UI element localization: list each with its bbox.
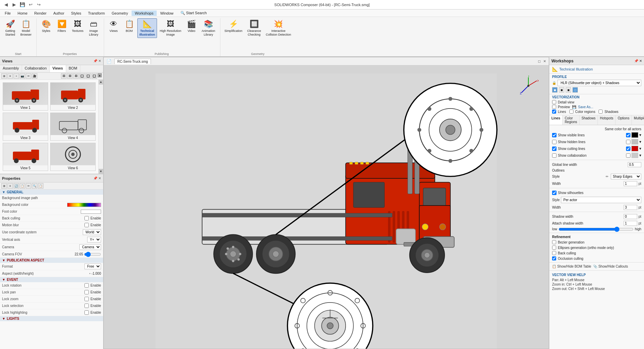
show-hide-bom-table-btn[interactable]: 📋 Show/Hide BOM Table [552,265,591,268]
title-icons[interactable]: ◀ ▶ 💾 ↩ ↪ [3,1,42,8]
tab-assembly[interactable]: Assembly [0,65,22,72]
visible-lines-color-btn[interactable] [631,132,638,138]
views-icon-7[interactable]: 🖼 [61,73,66,79]
back-icon[interactable]: ◀ [3,1,9,8]
views-button[interactable]: 👁 Views [106,18,121,34]
props-icon-2[interactable]: ≡ [7,183,13,189]
menu-window[interactable]: Window [157,11,177,16]
simplification-button[interactable]: ⚡ Simplification [222,18,245,34]
views-icon-4[interactable]: 📷 [20,73,25,79]
cutting-lines-color-btn[interactable] [631,146,638,151]
hidden-lines-right-checkbox[interactable] [626,140,630,144]
properties-panel-controls[interactable]: 📌 ✕ [93,176,101,180]
views-icon-2[interactable]: ≡ [7,73,13,79]
scroll-up-arrow[interactable]: ▲ [99,80,103,84]
clearance-checking-button[interactable]: 🔲 ClearanceChecking [245,18,263,38]
occlusion-culling-checkbox[interactable] [552,256,556,260]
view-5-thumb[interactable]: View 5 [3,143,48,171]
views-panel-controls[interactable]: 📌 ✕ [93,59,101,63]
lock-pan-checkbox[interactable] [84,290,89,294]
views-icon-8[interactable]: 🖼 [67,73,73,79]
quality-slider[interactable] [559,228,633,231]
detail-view-checkbox[interactable] [552,100,556,104]
views-close-icon[interactable]: ✕ [98,59,101,63]
tab-multiple[interactable]: Multiple [632,115,644,125]
silhouette-style-dropdown[interactable]: Per actor [561,197,641,203]
getting-started-button[interactable]: 🚀 GettingStarted [3,18,18,38]
visible-lines-right-checkbox[interactable] [626,133,630,137]
styles-button[interactable]: 🎨 Styles [39,18,54,34]
forward-icon[interactable]: ▶ [11,1,18,8]
video-button[interactable]: 🎬 Video [184,18,199,34]
views-icon-11[interactable]: 🔲 [85,73,91,79]
lock-highlighting-checkbox[interactable] [84,310,89,315]
props-icon-7[interactable]: 📋 [38,183,43,189]
menu-home[interactable]: Home [14,11,31,16]
view-2-thumb[interactable]: View 2 [50,82,96,111]
tab-views[interactable]: Views [50,65,66,72]
filters-button[interactable]: 🔽 Filters [54,18,69,34]
views-icon-6[interactable]: 🎥 [32,73,37,79]
lights-section-header[interactable]: ▼LIGHTS [0,316,103,321]
high-resolution-button[interactable]: 🖼 High ResolutionImage [158,18,183,38]
profile-btn-3[interactable]: ◼ [566,87,571,93]
props-icon-5[interactable]: ✏ [26,183,31,189]
back-culling-checkbox[interactable] [84,216,89,220]
views-scroll-up[interactable]: ▲ [98,73,102,77]
tab-color-regions[interactable]: Color Regions [563,115,580,125]
cutting-lines-right-checkbox[interactable] [626,147,630,151]
shadows-checkbox[interactable] [599,110,603,114]
workshops-close-icon[interactable]: ✕ [639,59,642,63]
shadow-width-input[interactable] [624,214,637,219]
cutting-lines-dropdown-icon[interactable]: ▾ [639,146,641,151]
tab-options[interactable]: Options [616,115,631,125]
show-silhouettes-checkbox[interactable] [552,191,557,195]
props-pin-icon[interactable]: 📌 [93,176,97,180]
view-4-thumb[interactable]: View 4 [50,113,96,141]
show-cutting-lines-checkbox[interactable] [552,147,557,151]
foot-color-swatch[interactable] [81,210,101,214]
visible-lines-dropdown-icon[interactable]: ▾ [639,133,641,137]
props-icon-1[interactable]: ⊞ [1,183,7,189]
view-1-thumb[interactable]: View 1 [3,82,48,111]
model-browser-button[interactable]: 📋 ModelBrowser [18,18,34,38]
outlines-style-dropdown[interactable]: Sharp Edges [611,174,641,179]
global-line-width-input[interactable] [628,162,641,167]
tab-bom[interactable]: BOM [66,65,80,72]
technical-illustration-button[interactable]: 📐 TechnicalIllustration [137,18,157,38]
undo-icon[interactable]: ↩ [27,1,34,8]
menu-workshops[interactable]: Workshops [132,11,157,16]
show-hidden-lines-checkbox[interactable] [552,140,557,144]
bom-button[interactable]: 📋 BOM [122,18,137,34]
menu-author[interactable]: Author [50,11,67,16]
view-6-thumb[interactable]: View 6 [50,143,96,171]
collaboration-dropdown-icon[interactable]: ▾ [639,153,641,158]
profile-btn-1[interactable]: ◼ [552,87,558,93]
profile-btn-2[interactable]: ◼ [559,87,564,93]
animation-library-button[interactable]: 📚 AnimationLibrary [200,18,217,38]
hidden-lines-dropdown-icon[interactable]: ▾ [639,139,641,144]
rainbow-swatch[interactable] [67,203,101,207]
views-icon-12[interactable]: 🔲 [92,73,97,79]
collaboration-right-checkbox[interactable] [626,153,630,158]
redo-icon[interactable]: ↪ [35,1,42,8]
color-regions-checkbox[interactable] [569,110,573,114]
collision-detection-button[interactable]: 💥 InteractiveCollision Detection [264,18,293,38]
views-pin-icon[interactable]: 📌 [93,59,97,63]
ellipses-checkbox[interactable] [552,246,556,250]
save-icon[interactable]: 💾 [19,1,26,8]
attach-shadow-input[interactable] [624,221,637,226]
menu-styles[interactable]: Styles [68,11,85,16]
hidden-lines-color-btn[interactable] [631,139,638,144]
props-close-icon[interactable]: ✕ [98,176,101,180]
preview-checkbox[interactable] [552,105,556,109]
scroll-down-arrow[interactable]: ▼ [99,169,103,174]
props-icon-4[interactable]: 📋 [20,183,25,189]
tab-collaboration[interactable]: Collaboration [22,65,50,72]
show-collaboration-checkbox[interactable] [552,153,557,158]
workshops-pin-icon[interactable]: 📌 [634,59,638,63]
camera-fov-slider[interactable] [84,253,101,256]
views-icon-9[interactable]: 🖼 [73,73,79,79]
coord-system-dropdown[interactable]: World [83,229,101,235]
menu-render[interactable]: Render [31,11,50,16]
